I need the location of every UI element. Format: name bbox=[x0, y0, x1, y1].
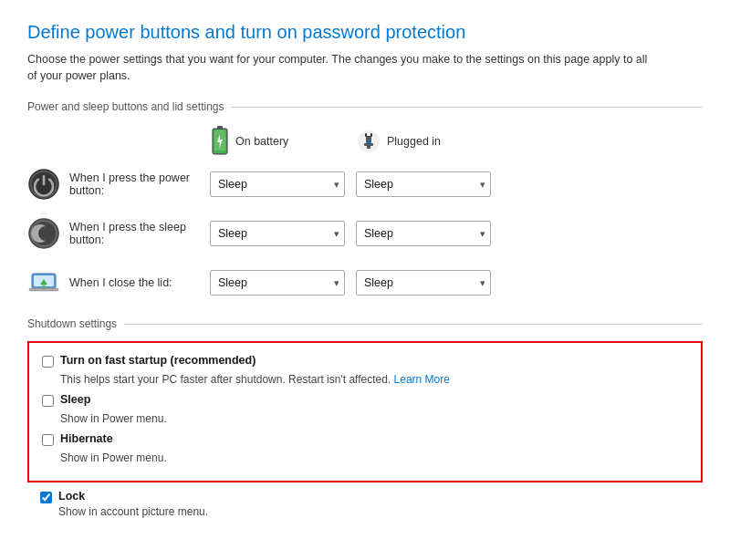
learn-more-link[interactable]: Learn More bbox=[394, 373, 450, 386]
power-battery-dropdown-wrapper[interactable]: Do nothing Sleep Hibernate Shut down Tur… bbox=[210, 171, 345, 197]
sleep-button-row: When I press the sleep button: Do nothin… bbox=[27, 213, 703, 254]
svg-rect-8 bbox=[365, 133, 367, 137]
sleep-checkbox-label[interactable]: Sleep bbox=[60, 393, 90, 406]
sleep-checkbox-row: Sleep bbox=[42, 393, 688, 407]
lid-battery-dropdown-wrapper[interactable]: Do nothing Sleep Hibernate Shut down Tur… bbox=[210, 270, 345, 296]
plug-icon bbox=[356, 129, 381, 154]
columns-header: On battery Plugged in bbox=[210, 124, 703, 159]
sleep-battery-dropdown-wrapper[interactable]: Do nothing Sleep Hibernate Shut down Tur… bbox=[210, 221, 345, 246]
power-plugged-dropdown-wrapper[interactable]: Do nothing Sleep Hibernate Shut down Tur… bbox=[356, 171, 491, 197]
section1-label: Power and sleep buttons and lid settings bbox=[27, 100, 224, 113]
power-button-row: When I press the power button: Do nothin… bbox=[27, 164, 703, 204]
sleep-plugged-dropdown[interactable]: Do nothing Sleep Hibernate Shut down Tur… bbox=[356, 221, 491, 246]
shutdown-box: Turn on fast startup (recommended) This … bbox=[27, 341, 703, 482]
hibernate-checkbox-label[interactable]: Hibernate bbox=[60, 432, 113, 445]
hibernate-checkbox[interactable] bbox=[42, 434, 54, 446]
power-button-icon bbox=[27, 168, 60, 201]
sleep-button-icon bbox=[27, 217, 60, 250]
lid-icon bbox=[27, 266, 60, 299]
battery-icon bbox=[210, 124, 230, 159]
fast-startup-checkbox[interactable] bbox=[42, 356, 54, 368]
hibernate-checkbox-desc: Show in Power menu. bbox=[60, 451, 688, 464]
svg-rect-7 bbox=[367, 146, 370, 149]
sleep-checkbox[interactable] bbox=[42, 395, 54, 407]
battery-col-label: On battery bbox=[235, 135, 288, 148]
section2-header: Shutdown settings bbox=[27, 317, 703, 330]
power-battery-dropdown[interactable]: Do nothing Sleep Hibernate Shut down Tur… bbox=[210, 171, 345, 197]
battery-col-header: On battery bbox=[210, 124, 356, 159]
svg-rect-9 bbox=[370, 133, 372, 137]
lid-label: When I close the lid: bbox=[69, 276, 210, 289]
power-plugged-dropdown[interactable]: Do nothing Sleep Hibernate Shut down Tur… bbox=[356, 171, 491, 197]
lock-row: Lock bbox=[40, 490, 690, 503]
section1-header: Power and sleep buttons and lid settings bbox=[27, 100, 703, 113]
lock-checkbox[interactable] bbox=[40, 492, 52, 503]
plugged-col-header: Plugged in bbox=[356, 129, 502, 154]
sleep-plugged-dropdown-wrapper[interactable]: Do nothing Sleep Hibernate Shut down Tur… bbox=[356, 221, 491, 246]
shutdown-section: Shutdown settings Turn on fast startup (… bbox=[27, 317, 703, 518]
page-description: Choose the power settings that you want … bbox=[27, 52, 648, 84]
hibernate-checkbox-row: Hibernate bbox=[42, 432, 688, 446]
section2-label: Shutdown settings bbox=[27, 317, 117, 330]
lid-battery-dropdown[interactable]: Do nothing Sleep Hibernate Shut down Tur… bbox=[210, 270, 345, 296]
svg-rect-2 bbox=[217, 126, 223, 130]
power-button-label: When I press the power button: bbox=[69, 171, 210, 197]
svg-rect-17 bbox=[29, 288, 58, 291]
page-title: Define power buttons and turn on passwor… bbox=[27, 22, 703, 43]
lock-desc: Show in account picture menu. bbox=[58, 505, 690, 518]
lid-row: When I close the lid: Do nothing Sleep H… bbox=[27, 263, 703, 303]
fast-startup-label[interactable]: Turn on fast startup (recommended) bbox=[60, 354, 256, 367]
fast-startup-desc: This helps start your PC faster after sh… bbox=[60, 373, 688, 386]
section2-divider bbox=[124, 324, 703, 325]
sleep-battery-dropdown[interactable]: Do nothing Sleep Hibernate Shut down Tur… bbox=[210, 221, 345, 246]
plugged-col-label: Plugged in bbox=[387, 135, 441, 148]
lid-plugged-dropdown[interactable]: Do nothing Sleep Hibernate Shut down Tur… bbox=[356, 270, 491, 296]
fast-startup-row: Turn on fast startup (recommended) bbox=[42, 354, 688, 368]
sleep-checkbox-desc: Show in Power menu. bbox=[60, 412, 688, 425]
sleep-button-label: When I press the sleep button: bbox=[69, 221, 210, 246]
lock-label[interactable]: Lock bbox=[58, 490, 85, 503]
lid-plugged-dropdown-wrapper[interactable]: Do nothing Sleep Hibernate Shut down Tur… bbox=[356, 270, 491, 296]
section1-divider bbox=[231, 107, 703, 108]
